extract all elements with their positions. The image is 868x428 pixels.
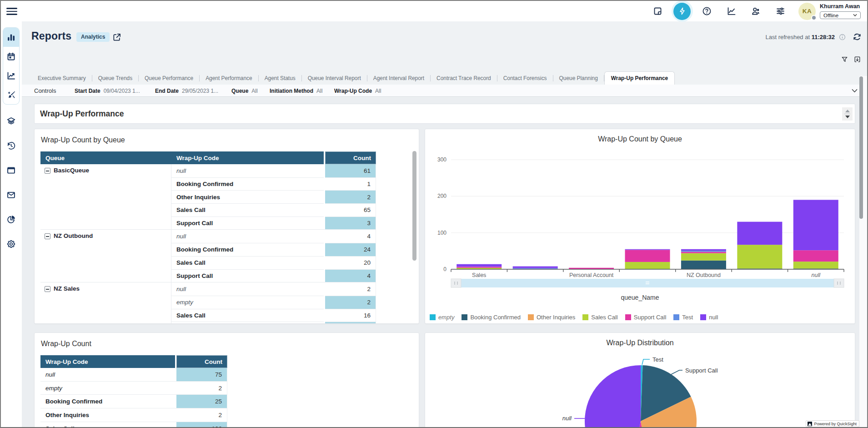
metrics-icon[interactable] (719, 1, 743, 21)
bar-segment[interactable] (681, 252, 726, 253)
table-row[interactable]: null75 (40, 368, 227, 381)
control-filter-initiation-method[interactable]: Initiation MethodAll (270, 88, 322, 94)
tab-agent-interval-report[interactable]: Agent Interval Report (367, 71, 430, 85)
tab-queue-planning[interactable]: Queue Planning (553, 71, 604, 85)
column-header[interactable]: Wrap-Up Code (171, 151, 324, 164)
tab-contact-forensics[interactable]: Contact Forensics (497, 71, 553, 85)
chart-zoom-bar[interactable] (451, 279, 844, 287)
settings-sliders-icon[interactable] (768, 1, 793, 21)
sidebar-item-schedule[interactable] (3, 47, 19, 66)
legend-item[interactable]: empty (430, 314, 454, 321)
sidebar-item-workspaces[interactable] (3, 158, 20, 182)
tab-executive-summary[interactable]: Executive Summary (32, 71, 92, 85)
bar-segment[interactable] (457, 267, 502, 267)
column-header[interactable]: Wrap-Up Code (40, 355, 175, 368)
refresh-icon[interactable] (853, 32, 862, 41)
sidebar-item-history[interactable] (3, 133, 20, 158)
table-scrollbar[interactable] (412, 151, 416, 261)
quick-actions-button[interactable] (670, 1, 694, 21)
legend-item[interactable]: Support Call (625, 314, 667, 321)
collapse-icon[interactable] (45, 286, 50, 292)
legend-item[interactable]: Sales Call (582, 314, 618, 321)
sidebar-item-historical-metrics[interactable] (3, 66, 19, 85)
sheet-spinner[interactable] (842, 107, 853, 121)
table-row[interactable]: empty2 (40, 381, 227, 395)
spin-down-icon[interactable] (845, 116, 850, 118)
collapse-icon[interactable] (45, 168, 50, 174)
tab-queue-trends[interactable]: Queue Trends (92, 71, 138, 85)
column-header[interactable]: Queue (40, 151, 171, 164)
bar-segment[interactable] (681, 253, 726, 261)
agent-status-select[interactable]: Offline (820, 11, 861, 19)
tab-agent-status[interactable]: Agent Status (259, 71, 301, 85)
bar-segment[interactable] (625, 249, 670, 250)
tab-queue-interval-report[interactable]: Queue Interval Report (302, 71, 367, 85)
bar-segment[interactable] (681, 249, 726, 251)
sidebar-item-settings[interactable] (3, 232, 20, 256)
tab-queue-performance[interactable]: Queue Performance (139, 71, 199, 85)
tab-contract-trace-record[interactable]: Contract Trace Record (431, 71, 497, 85)
column-header[interactable]: Count (325, 151, 376, 164)
table-row[interactable]: Other Inquiries2 (40, 408, 227, 422)
help-icon[interactable] (694, 1, 719, 21)
tab-agent-performance[interactable]: Agent Performance (200, 71, 258, 85)
collapse-icon[interactable] (45, 233, 50, 239)
sidebar-item-analytics-pie[interactable] (3, 207, 20, 232)
legend-item[interactable]: Other Inquiries (528, 314, 575, 321)
table-row[interactable]: Support Call3 (171, 217, 376, 230)
column-header[interactable]: Count (176, 355, 227, 368)
table-row[interactable]: null4 (171, 230, 376, 243)
controls-expand-chevron-icon[interactable] (852, 88, 858, 93)
users-icon[interactable] (743, 1, 768, 21)
sidebar-item-design[interactable] (3, 85, 19, 104)
control-filter-queue[interactable]: QueueAll (231, 88, 258, 94)
control-filter-end-date[interactable]: End Date29/05/2023 1... (155, 88, 218, 94)
page-scrollbar-thumb[interactable] (859, 76, 863, 219)
spin-up-icon[interactable] (845, 110, 850, 112)
bar-segment[interactable] (457, 264, 502, 267)
control-filter-start-date[interactable]: Start Date09/04/2023 1... (75, 88, 140, 94)
table-row[interactable]: Booking Confirmed25 (40, 394, 227, 408)
table-row[interactable]: Booking Confirmed1 (171, 177, 376, 191)
bar-segment[interactable] (625, 250, 670, 262)
table-row[interactable]: Booking Confirmed24 (171, 243, 376, 256)
bar-segment[interactable] (737, 222, 782, 245)
table-row[interactable]: Support Call (171, 322, 376, 324)
control-filter-wrap-up-code[interactable]: Wrap-Up CodeAll (334, 88, 381, 94)
download-icon[interactable] (854, 56, 861, 63)
table-row[interactable]: Other Inquiries2 (171, 190, 376, 203)
table-row[interactable]: Support Call4 (171, 269, 376, 282)
bar-segment[interactable] (793, 200, 838, 250)
bar-segment[interactable] (681, 251, 726, 252)
hamburger-menu-icon[interactable] (5, 5, 18, 17)
pie-slice[interactable] (585, 365, 641, 428)
sidebar-item-layers[interactable] (3, 109, 20, 133)
info-icon[interactable] (839, 34, 846, 40)
table-row[interactable]: Sales Call20 (171, 256, 376, 269)
legend-item[interactable]: Test (673, 314, 693, 321)
table-row[interactable]: empty2 (171, 296, 376, 309)
pie-chart[interactable]: TestSupport Callnull (425, 333, 855, 428)
bar-segment[interactable] (793, 250, 838, 262)
powered-by-quicksight-badge[interactable]: Powered by QuickSight (806, 420, 859, 427)
bar-segment[interactable] (737, 245, 782, 268)
table-row[interactable]: Sales Call16 (171, 309, 376, 322)
sidebar-item-email[interactable] (3, 182, 20, 207)
zoom-handle-left[interactable] (451, 279, 461, 287)
sidebar-item-reports[interactable] (3, 28, 19, 47)
bar-segment[interactable] (793, 262, 838, 268)
table-row[interactable]: Sales Call65 (171, 203, 376, 217)
bar-segment[interactable] (625, 262, 670, 269)
bar-segment[interactable] (513, 267, 558, 268)
external-link-icon[interactable] (112, 33, 121, 42)
filter-icon[interactable] (841, 56, 848, 63)
page-scrollbar[interactable] (859, 76, 867, 427)
table-row[interactable]: Sales Call106 (40, 422, 227, 428)
table-row[interactable]: null2 (171, 282, 376, 296)
bar-segment[interactable] (681, 261, 726, 269)
table-row[interactable]: null61 (171, 164, 376, 177)
legend-item[interactable]: null (700, 314, 718, 321)
zoom-handle-right[interactable] (834, 279, 844, 287)
tab-wrap-up-performance[interactable]: Wrap-Up Performance (604, 71, 675, 85)
notes-icon[interactable] (645, 1, 670, 21)
